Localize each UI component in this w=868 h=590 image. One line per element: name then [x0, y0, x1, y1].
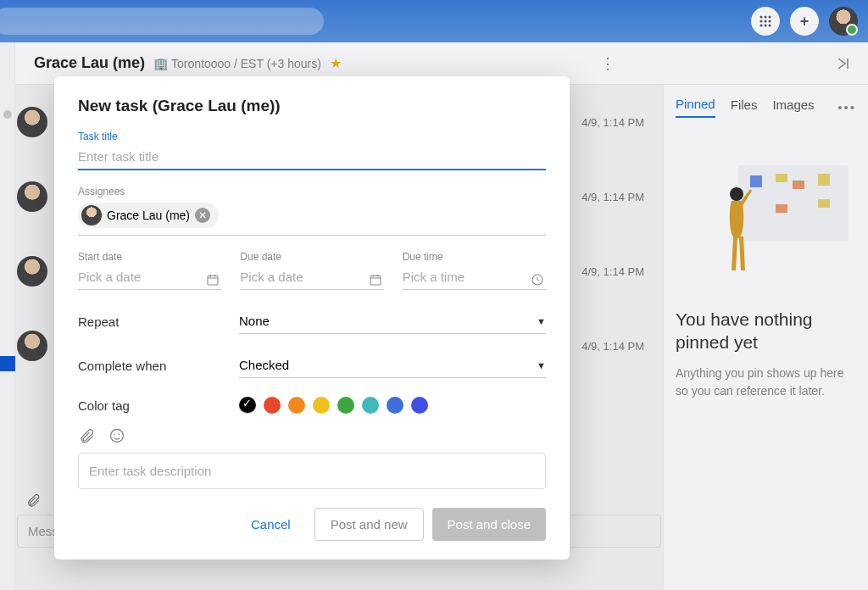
task-title-label: Task title — [78, 131, 546, 142]
svg-point-22 — [111, 430, 124, 442]
chevron-down-icon: ▼ — [537, 360, 546, 370]
svg-rect-19 — [208, 276, 218, 285]
task-description-input[interactable]: Enter task description — [78, 453, 546, 489]
clock-icon[interactable] — [531, 273, 544, 287]
post-and-new-button[interactable]: Post and new — [314, 508, 424, 541]
repeat-value: None — [239, 314, 270, 328]
assignees-field[interactable]: Grace Lau (me) ✕ — [78, 203, 546, 236]
color-swatch[interactable] — [264, 397, 281, 414]
color-swatch[interactable] — [313, 397, 330, 414]
new-task-modal: New task (Grace Lau (me)) Task title Ass… — [54, 76, 570, 559]
due-time-input[interactable] — [403, 263, 546, 290]
assignees-label: Assignees — [78, 186, 546, 198]
assignee-chip: Grace Lau (me) ✕ — [78, 203, 219, 228]
cancel-button[interactable]: Cancel — [236, 508, 306, 541]
complete-when-select[interactable]: Checked ▼ — [239, 353, 546, 378]
repeat-label: Repeat — [78, 314, 239, 329]
color-swatch[interactable] — [337, 397, 354, 414]
calendar-icon[interactable] — [206, 273, 220, 287]
complete-when-label: Complete when — [78, 359, 239, 373]
color-swatch[interactable] — [288, 397, 305, 414]
avatar — [81, 205, 102, 225]
due-date-label: Due date — [240, 251, 383, 263]
complete-when-value: Checked — [239, 358, 289, 372]
start-date-label: Start date — [78, 251, 221, 263]
chevron-down-icon: ▼ — [537, 316, 546, 326]
color-tag-label: Color tag — [78, 398, 239, 413]
start-date-input[interactable] — [78, 263, 221, 290]
task-title-input[interactable] — [78, 142, 546, 170]
calendar-icon[interactable] — [369, 273, 382, 287]
due-time-label: Due time — [403, 251, 546, 263]
due-date-input[interactable] — [240, 263, 383, 290]
color-swatch[interactable] — [387, 397, 403, 414]
repeat-select[interactable]: None ▼ — [239, 309, 546, 334]
color-swatch[interactable] — [239, 397, 256, 414]
svg-rect-20 — [370, 276, 381, 285]
attach-icon[interactable] — [78, 427, 95, 444]
color-swatch[interactable] — [411, 397, 428, 414]
svg-point-23 — [114, 434, 116, 436]
color-tag-picker — [239, 397, 428, 414]
assignee-chip-label: Grace Lau (me) — [107, 209, 190, 222]
emoji-icon[interactable] — [108, 427, 125, 444]
remove-chip-icon[interactable]: ✕ — [195, 208, 210, 223]
color-swatch[interactable] — [362, 397, 379, 414]
svg-point-24 — [119, 434, 120, 436]
post-and-close-button[interactable]: Post and close — [432, 508, 546, 541]
modal-title: New task (Grace Lau (me)) — [78, 97, 546, 115]
